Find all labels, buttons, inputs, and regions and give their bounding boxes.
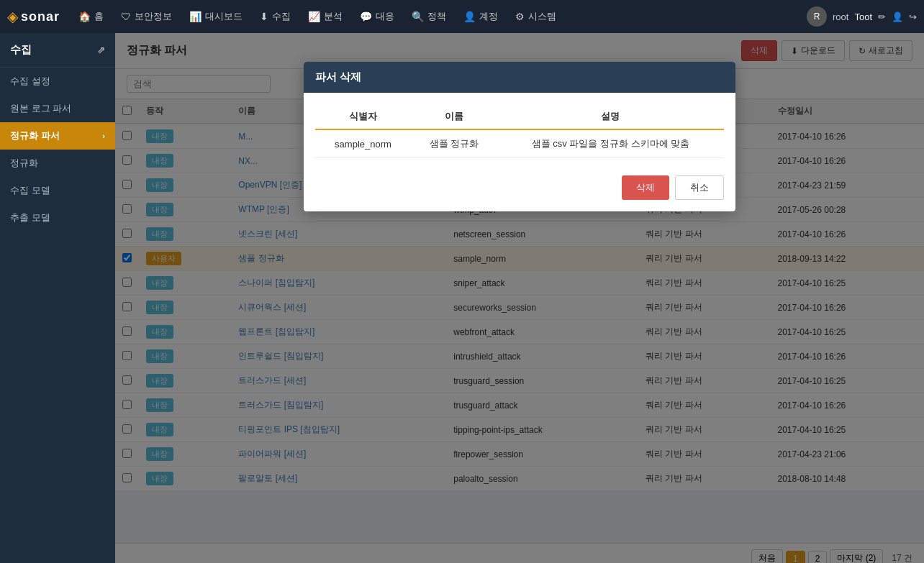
modal-title: 파서 삭제 [315, 70, 361, 83]
modal-table-row: sample_norm 샘플 정규화 샘플 csv 파일을 정규화 스키마에 맞… [315, 129, 724, 158]
modal-row-id: sample_norm [315, 129, 411, 158]
nav-analysis-label: 분석 [324, 10, 343, 23]
modal-header: 파서 삭제 [304, 62, 735, 93]
system-icon: ⚙ [515, 11, 525, 22]
policy-icon: 🔍 [412, 11, 424, 22]
dashboard-icon: 📊 [189, 11, 201, 22]
sidebar-item-extract-model-label: 추출 모델 [10, 211, 50, 224]
nav-response[interactable]: 💬 대응 [353, 0, 402, 33]
modal-footer: 삭제 취소 [315, 170, 724, 200]
sidebar-item-collect-settings[interactable]: 수집 설정 [0, 68, 115, 95]
response-icon: 💬 [360, 11, 372, 22]
main-content: 정규화 파서 삭제 ⬇ 다운로드 ↻ 새로고침 [115, 33, 924, 563]
sidebar-item-normalize-parser[interactable]: 정규화 파서 › [0, 122, 115, 150]
nav-analysis[interactable]: 📈 분석 [301, 0, 350, 33]
sidebar-item-extract-model[interactable]: 추출 모델 [0, 204, 115, 232]
delete-modal: 파서 삭제 식별자 이름 설명 sample_ [304, 62, 735, 211]
nav-security[interactable]: 🛡 보안정보 [114, 0, 179, 33]
nav-security-label: 보안정보 [135, 10, 172, 23]
nav-system-label: 시스템 [528, 10, 556, 23]
share-icon[interactable]: ⇗ [97, 45, 105, 55]
modal-row-desc: 샘플 csv 파일을 정규화 스키마에 맞춤 [497, 129, 724, 158]
nav-response-label: 대응 [376, 10, 394, 23]
chevron-right-icon: › [102, 132, 105, 140]
toot-label[interactable]: Toot [854, 12, 872, 22]
modal-col-name: 이름 [411, 104, 497, 129]
avatar: R [807, 6, 827, 27]
account-icon: 👤 [463, 11, 476, 22]
sidebar-item-collect-settings-label: 수집 설정 [10, 75, 50, 88]
modal-body: 식별자 이름 설명 sample_norm 샘플 정규화 샘플 csv 파일을 … [304, 93, 735, 211]
modal-delete-button[interactable]: 삭제 [622, 175, 669, 200]
nav-account-label: 계정 [479, 10, 498, 23]
nav-policy[interactable]: 🔍 정책 [404, 0, 453, 33]
user-icon[interactable]: 👤 [892, 12, 903, 22]
top-navigation: ◈ sonar 🏠 홈 🛡 보안정보 📊 대시보드 ⬇ 수집 📈 분석 💬 대응… [0, 0, 924, 33]
modal-table-header: 식별자 이름 설명 [315, 104, 724, 129]
edit-icon[interactable]: ✏ [878, 12, 886, 22]
logo-icon: ◈ [7, 8, 18, 25]
sidebar-item-normalize[interactable]: 정규화 [0, 150, 115, 177]
analysis-icon: 📈 [308, 11, 320, 22]
nav-policy-label: 정책 [427, 10, 446, 23]
logout-icon[interactable]: ↪ [909, 12, 917, 22]
modal-cancel-button[interactable]: 취소 [675, 175, 724, 200]
nav-dashboard[interactable]: 📊 대시보드 [182, 0, 250, 33]
modal-row-name: 샘플 정규화 [411, 129, 497, 158]
nav-home[interactable]: 🏠 홈 [71, 0, 111, 33]
nav-dashboard-label: 대시보드 [205, 10, 243, 23]
modal-col-desc: 설명 [497, 104, 724, 129]
sidebar-item-raw-log-parser[interactable]: 원본 로그 파서 [0, 95, 115, 122]
sidebar-item-raw-log-parser-label: 원본 로그 파서 [10, 102, 71, 115]
nav-username: root [833, 12, 848, 22]
home-icon: 🏠 [78, 11, 91, 22]
nav-collect-label: 수집 [272, 10, 291, 23]
nav-collect[interactable]: ⬇ 수집 [253, 0, 298, 33]
sidebar-title: 수집 [10, 43, 32, 57]
layout: 수집 ⇗ 수집 설정 원본 로그 파서 정규화 파서 › 정규화 수집 모델 추… [0, 33, 924, 563]
nav-account[interactable]: 👤 계정 [456, 0, 505, 33]
sidebar-item-normalize-parser-label: 정규화 파서 [10, 129, 60, 142]
sidebar-item-collect-model-label: 수집 모델 [10, 184, 50, 197]
modal-table: 식별자 이름 설명 sample_norm 샘플 정규화 샘플 csv 파일을 … [315, 104, 724, 158]
nav-home-label: 홈 [94, 10, 104, 23]
sidebar-item-normalize-label: 정규화 [10, 157, 38, 170]
delete-modal-overlay: 파서 삭제 식별자 이름 설명 sample_ [115, 33, 924, 563]
nav-right: R root Toot ✏ 👤 ↪ [807, 6, 917, 27]
logo: ◈ sonar [7, 8, 60, 25]
sidebar-item-collect-model[interactable]: 수집 모델 [0, 177, 115, 204]
collect-icon: ⬇ [260, 11, 268, 22]
logo-text: sonar [21, 9, 60, 24]
modal-col-id: 식별자 [315, 104, 411, 129]
nav-system[interactable]: ⚙ 시스템 [508, 0, 563, 33]
sidebar: 수집 ⇗ 수집 설정 원본 로그 파서 정규화 파서 › 정규화 수집 모델 추… [0, 33, 115, 563]
sidebar-header: 수집 ⇗ [0, 33, 115, 68]
shield-icon: 🛡 [121, 11, 131, 22]
